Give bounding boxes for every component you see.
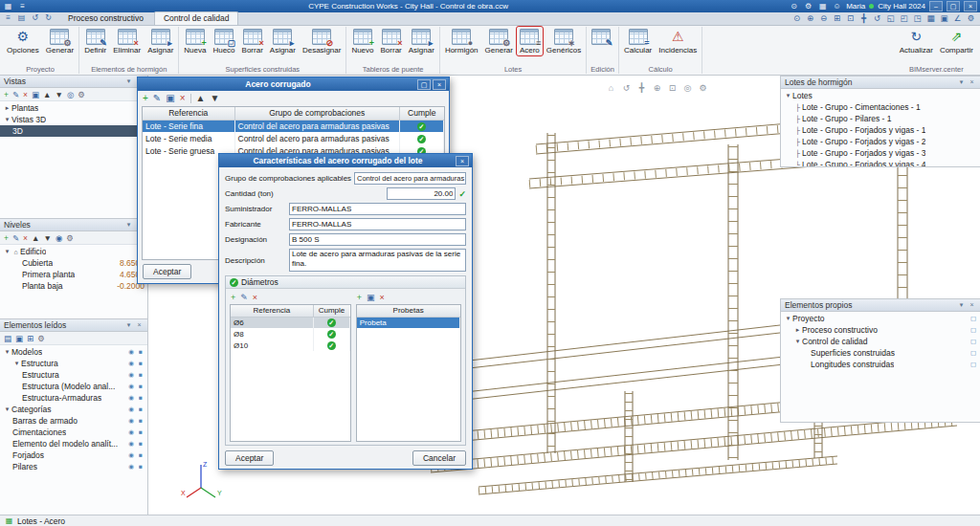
eye-icon[interactable]: ◉ [127,405,135,414]
add-icon[interactable]: + [357,293,362,302]
tree-item-lotes-root[interactable]: ▾Lotes [781,90,980,101]
table-row[interactable]: Ø8✓ [231,328,349,340]
lock-icon[interactable]: ■ [137,347,145,357]
settings-icon[interactable]: ⚙ [37,334,45,343]
col-header[interactable]: Grupo de comprobaciones [234,107,400,120]
move-down-icon[interactable]: ▼ [43,233,51,243]
eliminar-button[interactable]: × Eliminar [110,27,144,55]
definir-button[interactable]: ✎ Definir [81,27,109,55]
move-up-icon[interactable]: ▲ [43,90,51,99]
asignar-hormigon-button[interactable]: ▸ Asignar [145,27,176,55]
level-row[interactable]: Planta baja-0.2000 [0,280,147,292]
lock-icon[interactable]: ■ [137,462,145,471]
doc-icon[interactable]: ▢ [969,314,977,323]
lock-icon[interactable]: ■ [137,427,145,437]
col-header[interactable]: Referencia [231,305,313,317]
tree-item-lote[interactable]: ├Lote - Grupo - Forjados y vigas - 1 [781,124,980,136]
move-down-icon[interactable]: ▼ [56,90,63,99]
col-header[interactable]: Cumple [313,305,349,317]
collapse-icon[interactable]: ▾ [124,320,133,330]
table-row[interactable]: Ø6✓ [231,317,349,328]
shaded-view-icon[interactable]: ▣ [939,13,949,23]
doc-icon[interactable]: ▢ [969,337,977,346]
grupo-select[interactable]: Control del acero para armaduras pasivas… [354,172,466,185]
zoom-window-icon[interactable]: ⊞ [832,13,842,23]
filter-models-icon[interactable]: ▤ [4,334,11,343]
close-icon[interactable]: × [968,77,976,87]
eye-icon[interactable]: ◉ [127,462,135,471]
pan-icon[interactable]: ╋ [858,13,869,23]
asignar-superficie-button[interactable]: ▸ Asignar [267,27,299,55]
delete-view-icon[interactable]: × [23,90,28,99]
tree-item-lote[interactable]: ├Lote - Grupo - Forjados y vigas - 2 [781,136,980,147]
collapse-icon[interactable]: ▾ [124,77,133,86]
fabricante-input[interactable] [289,218,466,230]
camera-icon[interactable]: ◎ [67,90,74,99]
settings-icon[interactable]: ⚙ [966,13,976,23]
tree-item-vistas-3d[interactable]: ▾Vistas 3D [0,114,147,125]
edit-icon[interactable]: ✎ [240,293,248,302]
collapse-icon[interactable]: ▾ [957,300,966,310]
lock-icon[interactable]: ■ [137,370,145,380]
eye-icon[interactable]: ◉ [127,450,135,460]
edit-view-icon[interactable]: ✎ [12,90,19,99]
pan-icon[interactable]: ╋ [636,83,647,93]
tree-item-longitudes[interactable]: Longitudes construidas ▢ [781,359,980,370]
lote-genericos-button[interactable]: ∗ Genéricos [544,27,584,55]
table-row[interactable]: Ø10✓ [231,340,349,351]
zoom-extents-icon[interactable]: ⊡ [667,83,678,93]
eye-icon[interactable]: ◉ [127,427,135,437]
borrar-tablero-button[interactable]: × Borrar [378,27,405,55]
expand-all-icon[interactable]: ⊞ [27,334,33,343]
tree-item-control-calidad[interactable]: ▾Control de calidad ▢ [781,336,980,347]
zoom-out-icon[interactable]: ⊖ [818,13,829,23]
tree-item-category[interactable]: Forjados ◉■ [0,449,147,461]
tree-item-model[interactable]: Estructura (Modelo anal... ◉■ [0,381,147,392]
lock-icon[interactable]: ■ [137,405,145,414]
orbit-icon[interactable]: ↺ [872,13,882,23]
eye-icon[interactable]: ◉ [127,382,135,391]
tree-item-categorias[interactable]: ▾Categorías ◉■ [0,404,147,415]
add-icon[interactable]: + [143,94,148,103]
close-icon[interactable]: × [433,79,446,90]
asignar-tablero-button[interactable]: ▸ Asignar [406,27,437,55]
doc-icon[interactable]: ▢ [969,325,977,335]
close-button[interactable]: × [964,1,977,11]
cancelar-button[interactable]: Cancelar [412,450,466,466]
nuevo-tablero-button[interactable]: + Nuevo [348,27,376,55]
compartir-button[interactable]: ⇗ Compartir [937,27,976,55]
minimize-button[interactable]: – [929,1,943,11]
lock-icon[interactable]: ■ [137,359,145,368]
delete-icon[interactable]: × [380,293,385,302]
aceptar-button[interactable]: Aceptar [225,450,274,466]
aceptar-button[interactable]: Aceptar [143,264,191,279]
tree-item-category[interactable]: Cimentaciones ◉■ [0,427,147,438]
edicion-button[interactable]: ✎ [589,27,613,46]
close-icon[interactable]: × [456,156,469,166]
tree-item-model[interactable]: Estructura ◉■ [0,369,147,381]
home-view-icon[interactable]: ⌂ [606,83,616,93]
tree-item-model[interactable]: Estructura-Armaduras ◉■ [0,392,147,404]
generar-lotes-button[interactable]: ⚙ Generar [482,27,516,55]
edit-level-icon[interactable]: ✎ [12,233,19,243]
eye-icon[interactable]: ◉ [127,439,135,449]
move-down-icon[interactable]: ▼ [210,94,219,103]
designacion-input[interactable] [289,233,466,246]
lote-hormigon-button[interactable]: ● Hormigón [442,27,481,55]
eye-icon[interactable]: ◉ [127,416,135,426]
delete-level-icon[interactable]: × [23,233,28,243]
search-icon[interactable]: ⊙ [791,13,802,23]
move-up-icon[interactable]: ▲ [196,94,206,103]
collapse-icon[interactable]: ▾ [124,220,133,230]
orbit-icon[interactable]: ↺ [621,83,632,93]
search-icon[interactable]: ⊙ [789,2,799,11]
borrar-superficie-button[interactable]: × Borrar [239,27,266,55]
col-header[interactable]: Referencia [143,107,234,120]
tab-proceso-constructivo[interactable]: Proceso constructivo [58,11,153,25]
level-row[interactable]: Primera planta4.6500 [0,269,147,280]
top-view-icon[interactable]: ◰ [899,13,909,23]
lock-icon[interactable]: ■ [137,416,145,426]
lock-icon[interactable]: ■ [137,382,145,391]
visibility-icon[interactable]: ◉ [56,233,62,243]
lock-icon[interactable]: ■ [137,393,145,403]
